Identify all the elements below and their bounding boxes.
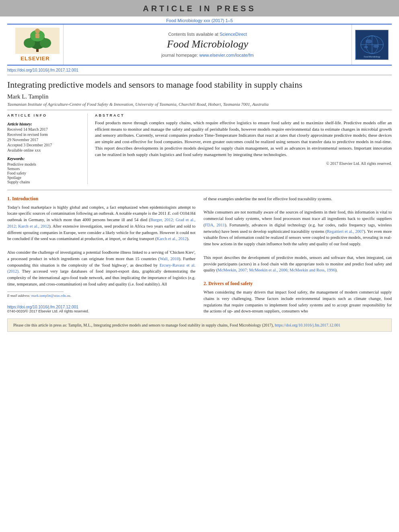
article-history-label: Article history: (7, 120, 82, 127)
available-online: Available online xxx (7, 148, 82, 152)
author-affiliation: Tasmanian Institute of Agriculture-Centr… (7, 102, 392, 107)
journal-meta-line: Food Microbiology xxx (2017) 1–5 (0, 18, 399, 23)
elsevier-tree-image (15, 28, 56, 54)
burger-ref[interactable]: Burger, 2012; Grad et al., 2012; Karch e… (7, 218, 195, 228)
journal-title-display: Food Microbiology (167, 38, 248, 50)
keywords-section: Keywords: Predictive models Sensors Food… (7, 156, 82, 184)
elsevier-logo-area: ELSEVIER (7, 25, 64, 65)
fda-ref[interactable]: FDA, 2011 (205, 223, 225, 227)
doi-footer[interactable]: https://doi.org/10.1016/j.fm.2017.12.001 (7, 305, 195, 309)
svg-text:Food Microbiology: Food Microbiology (364, 55, 380, 58)
body-columns: 1. Introduction Today's food marketplace… (7, 196, 392, 315)
homepage-line: journal homepage: www.elsevier.com/locat… (161, 53, 253, 58)
accepted-date: Accepted 3 December 2017 (7, 143, 82, 147)
intro-para1: Today's food marketplace is highly globa… (7, 204, 195, 242)
citation-bar: Please cite this article in press as: Ta… (7, 318, 392, 332)
revised-date1: Received in revised form (7, 132, 82, 137)
svg-point-15 (364, 46, 368, 48)
elsevier-label: ELSEVIER (21, 55, 49, 62)
article-title: Integrating predictive models and sensor… (7, 79, 392, 91)
section2-title: 2. Drivers of food safety (204, 281, 392, 287)
food-micro-image: Food Microbiology (355, 30, 389, 60)
body-divider (7, 190, 392, 190)
intro-para5: This report describes the development of… (204, 255, 392, 273)
keyword-1: Predictive models (7, 162, 82, 166)
section2-text: When considering the many drivers that i… (204, 289, 392, 314)
email-footnote: E-mail address: mark.tamplin@utas.edu.au… (7, 294, 195, 298)
abstract-header: ABSTRACT (95, 113, 392, 117)
footnote-divider (7, 292, 64, 292)
svg-point-13 (366, 39, 372, 43)
karch-ref[interactable]: Karch et al., 2012 (156, 236, 187, 241)
homepage-url[interactable]: www.elsevier.com/locate/fm (200, 53, 254, 58)
homepage-label: journal homepage: (161, 53, 199, 58)
intro-para3: of these examples underline the need for… (204, 196, 392, 202)
wall-ref[interactable]: Wall, 2010 (160, 257, 179, 261)
banner-text: ARTICLE IN PRESS (143, 4, 256, 13)
article-doi: https://doi.org/10.1016/j.fm.2017.12.001 (7, 68, 392, 72)
article-in-press-banner: ARTICLE IN PRESS (0, 0, 399, 16)
intro-para2: Also consider the challenge of investiga… (7, 249, 195, 288)
article-info-header: ARTICLE INFO (7, 113, 82, 117)
section1-title: 1. Introduction (7, 196, 195, 202)
citation-doi-link[interactable]: https://doi.org/10.1016/j.fm.2017.12.001 (275, 323, 340, 327)
revised-date2: 29 November 2017 (7, 138, 82, 142)
title-divider-top (7, 75, 392, 75)
svg-rect-7 (35, 33, 39, 38)
contents-label: Contents lists available at (168, 32, 220, 37)
keyword-4: Spoilage (7, 175, 82, 180)
journal-center: Contents lists available at ScienceDirec… (64, 25, 352, 65)
copyright: © 2017 Elsevier Ltd. All rights reserved… (95, 161, 392, 166)
abstract-divider (7, 110, 392, 110)
contents-line: Contents lists available at ScienceDirec… (168, 32, 247, 37)
abstract-text: Food products move through complex suppl… (95, 120, 392, 158)
journal-citation: Food Microbiology xxx (2017) 1–5 (166, 18, 233, 23)
citation-text: Please cite this article in press as: Ta… (13, 323, 340, 327)
email-link[interactable]: mark.tamplin@utas.edu.au (31, 294, 70, 298)
article-info-col: ARTICLE INFO Article history: Received 1… (7, 113, 88, 184)
svg-point-6 (35, 29, 40, 33)
body-col-right: of these examples underline the need for… (204, 196, 392, 315)
issn-line: 0740-0020/© 2017 Elsevier Ltd. All right… (7, 309, 195, 313)
sciencedirect-link[interactable]: ScienceDirect (220, 32, 247, 37)
page: ARTICLE IN PRESS Food Microbiology xxx (… (0, 0, 399, 532)
ercsey-ref[interactable]: Ercsey-Ravasz et al. (2012) (7, 263, 195, 274)
keyword-3: Food safety (7, 171, 82, 175)
received-date: Received 14 March 2017 (7, 127, 82, 131)
abstract-col: ABSTRACT Food products move through comp… (95, 113, 392, 184)
intro-para4: While consumers are not normally aware o… (204, 209, 392, 247)
article-info-abstract: ARTICLE INFO Article history: Received 1… (7, 113, 392, 184)
article-content: https://doi.org/10.1016/j.fm.2017.12.001… (7, 68, 392, 314)
mcmeekin-ref[interactable]: McMeekin, 2007; McMeekin et al., 2006; M… (218, 268, 335, 272)
svg-point-14 (373, 45, 379, 48)
doi-link[interactable]: https://doi.org/10.1016/j.fm.2017.12.001 (7, 68, 78, 72)
keyword-5: Supply chains (7, 180, 82, 184)
body-col-left: 1. Introduction Today's food marketplace… (7, 196, 195, 315)
history-label: Article history: (7, 122, 32, 126)
keywords-label: Keywords: (7, 156, 82, 161)
keyword-2: Sensors (7, 166, 82, 171)
author-name: Mark L. Tamplin (7, 93, 392, 100)
food-microbiology-logo-area: Food Microbiology (352, 25, 392, 65)
regattieri-ref[interactable]: Regattieri et al., 2007 (327, 229, 364, 234)
journal-header: ELSEVIER Contents lists available at Sci… (7, 24, 392, 66)
